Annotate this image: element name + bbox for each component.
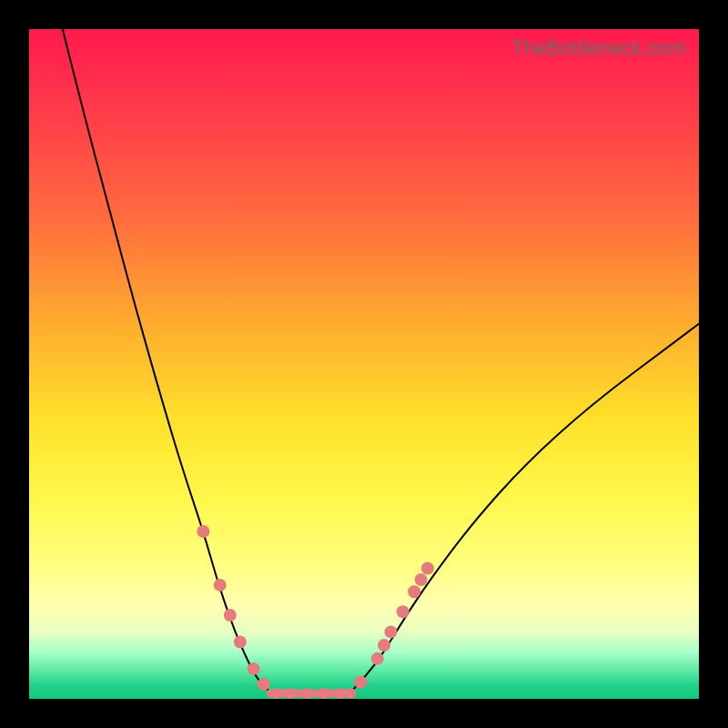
data-marker [285,688,296,699]
data-markers [197,525,434,699]
right-curve [350,324,699,693]
data-marker [318,688,329,699]
data-marker [214,579,227,592]
data-marker [248,662,260,675]
data-marker [397,605,410,618]
data-marker [258,678,270,691]
data-marker [408,585,420,598]
chart-svg [29,29,699,699]
data-marker [301,688,312,699]
data-marker [421,561,434,574]
data-marker [335,688,346,699]
data-marker [354,676,367,689]
chart-frame: TheBottleneck.com [0,0,728,728]
data-marker [197,525,209,538]
data-marker [345,688,356,699]
plot-area: TheBottleneck.com [29,29,699,699]
data-marker [271,688,282,699]
data-marker [384,625,397,638]
data-marker [234,635,247,648]
data-marker [371,652,384,665]
left-curve [63,29,270,693]
data-marker [224,609,237,622]
data-marker [415,573,428,586]
data-marker [378,639,390,652]
